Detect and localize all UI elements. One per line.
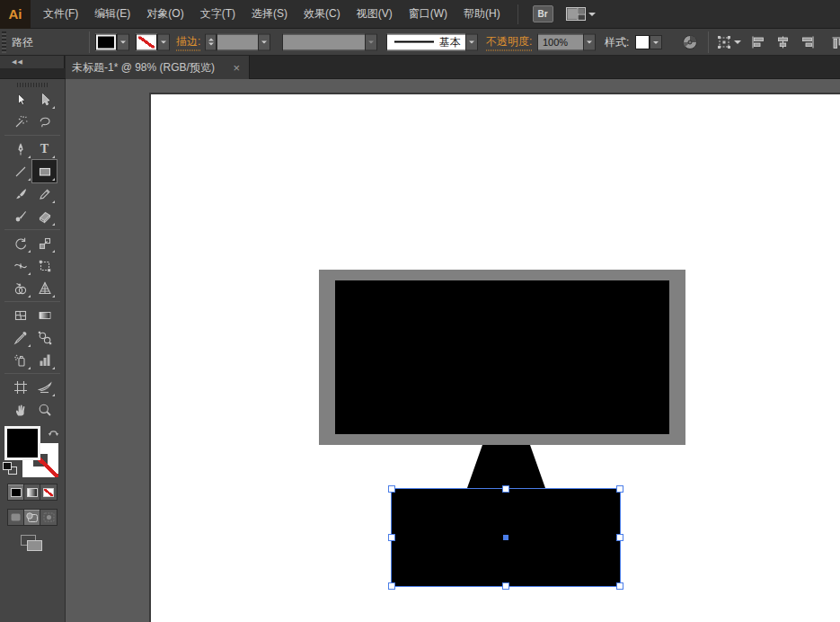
canvas[interactable]	[66, 79, 840, 622]
opacity-dropdown[interactable]	[583, 33, 596, 50]
eraser-icon	[38, 209, 52, 224]
toolbar-collapse-button[interactable]: ◀◀	[0, 56, 65, 68]
brush-definition-combo[interactable]: 基本	[386, 33, 465, 50]
fill-color-swatch[interactable]	[95, 33, 117, 50]
brush-definition-dropdown[interactable]	[465, 33, 478, 50]
selection-handle-n[interactable]	[502, 485, 509, 493]
screen-mode-button[interactable]	[21, 535, 44, 553]
draw-normal-icon	[10, 512, 22, 522]
line-segment-tool[interactable]	[8, 160, 32, 182]
draw-behind-button[interactable]	[24, 510, 40, 525]
shape-builder-tool[interactable]	[8, 277, 32, 299]
default-fill-stroke-icon[interactable]	[3, 462, 17, 475]
pencil-tool[interactable]	[32, 182, 57, 205]
opacity-combo[interactable]: 100%	[537, 33, 583, 50]
rectangle-icon	[38, 164, 52, 179]
align-center-icon[interactable]	[776, 36, 790, 49]
selection-tool[interactable]	[8, 88, 32, 111]
selection-handle-s[interactable]	[502, 582, 509, 590]
stroke-weight-combo[interactable]	[217, 33, 258, 50]
selection-handle-sw[interactable]	[388, 582, 395, 590]
symbol-sprayer-tool[interactable]	[8, 349, 32, 371]
stroke-color-swatch[interactable]	[136, 33, 157, 50]
recolor-artwork-icon[interactable]	[682, 34, 698, 50]
menu-edit[interactable]: 编辑(E)	[86, 0, 138, 29]
stroke-weight-stepper[interactable]	[205, 33, 217, 50]
paintbrush-tool[interactable]	[8, 182, 32, 205]
document-tab[interactable]: 未标题-1* @ 98% (RGB/预览) ×	[66, 56, 250, 79]
blend-tool[interactable]	[32, 326, 57, 349]
pen-tool[interactable]	[8, 138, 32, 160]
menu-object[interactable]: 对象(O)	[138, 0, 191, 29]
hand-icon	[13, 403, 28, 417]
gradient-tool[interactable]	[32, 304, 57, 326]
control-bar-grip[interactable]	[2, 31, 6, 53]
free-transform-tool[interactable]	[32, 254, 57, 277]
variable-width-profile-combo[interactable]	[282, 33, 365, 50]
artwork-monitor-base-selected[interactable]	[391, 488, 621, 587]
chevron-down-icon	[588, 13, 596, 20]
type-tool[interactable]: T	[32, 138, 57, 160]
direct-selection-tool[interactable]	[32, 88, 57, 111]
artwork-monitor-stand[interactable]	[467, 445, 545, 488]
fill-proxy-swatch[interactable]	[4, 426, 40, 460]
draw-inside-button[interactable]	[40, 510, 57, 525]
menu-type[interactable]: 文字(T)	[192, 0, 243, 29]
blob-brush-tool[interactable]	[8, 205, 32, 227]
gradient-button[interactable]	[24, 484, 40, 500]
eraser-tool[interactable]	[32, 205, 57, 227]
color-button[interactable]	[8, 484, 24, 500]
swap-fill-stroke-icon[interactable]	[47, 427, 60, 439]
menubar: Ai 文件(F) 编辑(E) 对象(O) 文字(T) 选择(S) 效果(C) 视…	[0, 0, 840, 29]
opacity-panel-link[interactable]: 不透明度:	[486, 33, 532, 50]
selection-handle-nw[interactable]	[388, 485, 395, 493]
perspective-grid-tool[interactable]	[32, 277, 57, 299]
tools-panel-grip[interactable]	[17, 83, 48, 87]
scale-tool[interactable]	[32, 232, 57, 254]
gradient-chip	[27, 488, 38, 497]
rectangle-tool[interactable]	[32, 160, 57, 182]
chevron-down-icon	[734, 40, 741, 48]
magic-wand-tool[interactable]	[8, 111, 32, 133]
width-tool[interactable]	[8, 254, 32, 277]
align-right-icon[interactable]	[801, 36, 815, 49]
none-button[interactable]	[40, 484, 57, 500]
selection-handle-ne[interactable]	[616, 485, 623, 493]
menu-help[interactable]: 帮助(H)	[455, 0, 508, 29]
transform-reference-button[interactable]	[716, 34, 741, 50]
menu-file[interactable]: 文件(F)	[35, 0, 86, 29]
stroke-weight-dropdown[interactable]	[258, 33, 270, 50]
workspace-switcher-button[interactable]	[566, 7, 596, 21]
zoom-tool[interactable]	[32, 398, 57, 421]
align-top-icon-partial[interactable]	[832, 36, 840, 49]
stroke-color-dropdown[interactable]	[157, 33, 170, 50]
style-dropdown[interactable]	[650, 35, 662, 49]
selection-center-point[interactable]	[503, 535, 508, 540]
rotate-tool[interactable]	[8, 232, 32, 254]
fill-color-dropdown[interactable]	[117, 33, 129, 50]
draw-normal-button[interactable]	[8, 510, 24, 525]
tab-close-button[interactable]: ×	[230, 61, 243, 75]
menu-window[interactable]: 窗口(W)	[401, 0, 455, 29]
mesh-tool[interactable]	[8, 304, 32, 326]
menu-view[interactable]: 视图(V)	[349, 0, 401, 29]
selection-handle-w[interactable]	[388, 534, 395, 541]
artwork-monitor-screen[interactable]	[335, 280, 669, 434]
slice-knife-icon	[38, 380, 52, 395]
column-graph-tool[interactable]	[32, 349, 57, 371]
slice-tool[interactable]	[32, 376, 57, 398]
tool-group-divider	[4, 373, 60, 374]
hand-tool[interactable]	[8, 398, 32, 421]
stroke-panel-link[interactable]: 描边:	[176, 33, 200, 50]
bridge-button[interactable]: Br	[533, 5, 553, 22]
eyedropper-tool[interactable]	[8, 326, 32, 349]
artboard-tool[interactable]	[8, 376, 32, 398]
variable-width-dropdown[interactable]	[365, 33, 377, 50]
lasso-tool[interactable]	[32, 111, 57, 133]
menu-effect[interactable]: 效果(C)	[296, 0, 349, 29]
style-swatch[interactable]	[635, 35, 650, 49]
align-left-icon[interactable]	[751, 36, 765, 49]
selection-handle-e[interactable]	[616, 534, 623, 541]
menu-select[interactable]: 选择(S)	[243, 0, 296, 29]
selection-handle-se[interactable]	[616, 582, 623, 590]
